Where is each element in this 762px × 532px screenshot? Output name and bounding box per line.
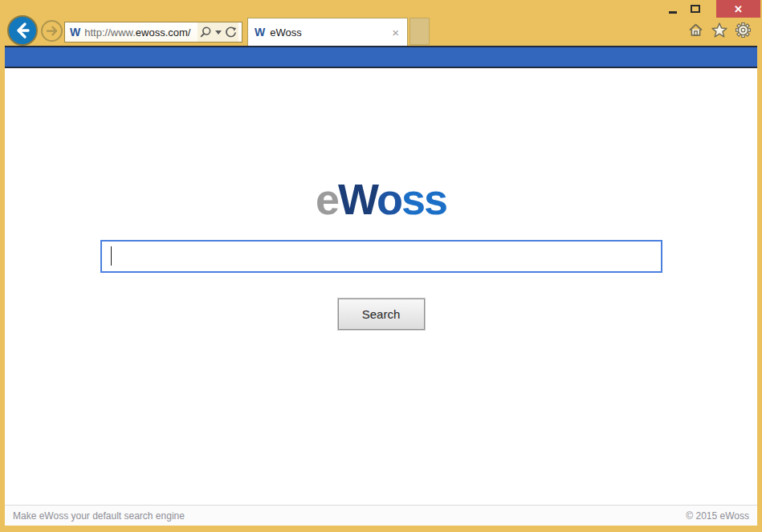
close-button[interactable]: ✕: [716, 0, 760, 18]
back-arrow-icon: [14, 22, 31, 39]
tab-favicon: W: [255, 26, 265, 39]
text-caret: [111, 246, 112, 266]
new-tab-button[interactable]: [410, 18, 430, 45]
search-icon[interactable]: [199, 26, 212, 39]
maximize-button[interactable]: [684, 0, 707, 18]
minimize-icon: [669, 11, 677, 14]
minimize-button[interactable]: [662, 0, 684, 18]
refresh-icon[interactable]: [225, 26, 237, 39]
page-viewport: eWoss Search Make eWoss your default sea…: [5, 46, 757, 526]
forward-button[interactable]: [41, 20, 63, 42]
browser-window: ✕ W http://www.ewoss.com/: [0, 0, 762, 532]
copyright-text: © 2015 eWoss: [686, 510, 749, 522]
address-bar-actions: [198, 22, 238, 42]
address-bar[interactable]: W http://www.ewoss.com/: [64, 22, 242, 43]
home-icon[interactable]: [688, 22, 703, 38]
back-button[interactable]: [7, 15, 38, 46]
tab-ewoss[interactable]: W eWoss ×: [247, 18, 408, 46]
star-icon[interactable]: [711, 22, 727, 38]
browser-chrome: ✕ W http://www.ewoss.com/: [0, 0, 762, 46]
forward-arrow-icon: [46, 25, 58, 37]
close-icon: ✕: [734, 3, 743, 15]
gear-icon[interactable]: [736, 22, 751, 38]
window-controls: ✕: [662, 0, 762, 18]
main-content: eWoss Search: [5, 68, 757, 505]
chevron-down-icon[interactable]: [215, 30, 222, 35]
ewoss-logo: eWoss: [316, 177, 446, 221]
address-favicon: W: [70, 26, 80, 39]
search-input[interactable]: [100, 240, 662, 273]
page-footer: Make eWoss your default search engine © …: [5, 505, 757, 526]
tab-close-icon[interactable]: ×: [390, 26, 401, 39]
toolbar-icons: [688, 22, 751, 38]
search-box-wrap: [100, 240, 662, 273]
tab-title: eWoss: [270, 26, 390, 39]
url-text: http://www.ewoss.com/: [84, 26, 198, 39]
page-top-banner: [5, 46, 757, 68]
maximize-icon: [691, 5, 700, 13]
default-search-engine-link[interactable]: Make eWoss your default search engine: [13, 510, 185, 522]
search-button[interactable]: Search: [338, 298, 425, 330]
